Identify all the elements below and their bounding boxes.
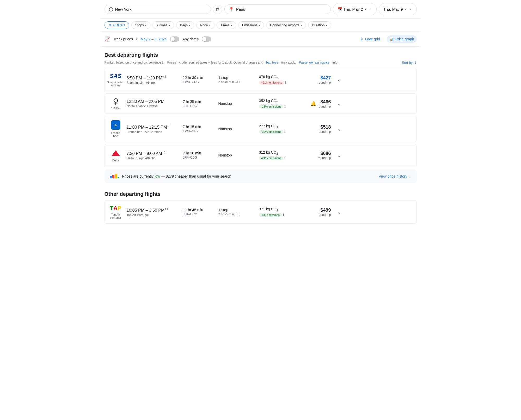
- origin-value: New York: [115, 7, 132, 11]
- return-date-next[interactable]: ›: [409, 5, 412, 13]
- depart-date-selector[interactable]: 📅 Thu, May 2 ‹ ›: [333, 3, 377, 15]
- svg-rect-9: [118, 177, 119, 178]
- flight-emissions-delta: 312 kg CO2 -21% emissions ℹ: [259, 150, 301, 160]
- flight-stops-tap: 1 stop 2 hr 25 min LIS: [218, 208, 255, 216]
- sort-by[interactable]: Sort by: ↕: [402, 60, 417, 65]
- flight-duration-tap: 11 hr 45 min JFK–ORY: [183, 208, 214, 216]
- filter-airlines-button[interactable]: Airlines ▾: [152, 21, 174, 29]
- track-prices-icon: 📈: [105, 36, 110, 42]
- price-bar-icon: [110, 173, 119, 179]
- flight-card-sas[interactable]: SAS Scandinavian Airlines 6:50 PM – 1:20…: [105, 68, 417, 91]
- filter-bags-button[interactable]: Bags ▾: [176, 21, 194, 29]
- date-grid-label: Date grid: [365, 37, 380, 41]
- chevron-down-icon: ⌄: [408, 174, 412, 178]
- filter-connecting-airports-button[interactable]: Connecting airports ▾: [266, 21, 306, 29]
- flight-emissions-frenchbee: 277 kg CO2 -30% emissions ℹ: [259, 124, 301, 134]
- airline-logo-delta: Delta: [109, 148, 122, 162]
- emissions-info-icon[interactable]: ℹ: [283, 213, 284, 217]
- all-filters-button[interactable]: ⚙ All filters: [105, 21, 129, 29]
- flight-price-frenchbee: $518 round trip: [305, 124, 331, 134]
- best-flights-subtitle: Ranked based on price and convenience ℹ …: [100, 59, 421, 68]
- chevron-down-icon: ▾: [145, 23, 146, 27]
- filter-emissions-button[interactable]: Emissions ▾: [238, 21, 264, 29]
- origin-input[interactable]: New York: [105, 5, 211, 14]
- destination-input[interactable]: 📍 Paris: [224, 4, 331, 14]
- flight-time-tap: 10:05 PM – 3:50 PM+1 Tap Air Portugal: [127, 207, 179, 217]
- airline-logo-norse: NORSE: [109, 98, 122, 109]
- flight-emissions-norse: 352 kg CO2 -11% emissions ℹ: [259, 99, 301, 109]
- swap-button[interactable]: ⇄: [213, 5, 222, 14]
- chevron-down-icon: ▾: [259, 23, 260, 27]
- flight-price-sas: $427 round trip: [305, 75, 331, 84]
- graph-icon: 📊: [389, 37, 394, 41]
- bag-fees-link[interactable]: bag fees: [266, 61, 278, 64]
- flight-card-tap[interactable]: TAP Tap Air Portugal 10:05 PM – 3:50 PM+…: [105, 200, 417, 224]
- filter-times-button[interactable]: Times ▾: [217, 21, 236, 29]
- chevron-down-icon: ▾: [209, 23, 211, 27]
- flight-card-norse[interactable]: NORSE 12:30 AM – 2:05 PM Norse Atlantic …: [105, 93, 417, 114]
- flight-card-delta[interactable]: Delta 7:30 PM – 9:00 AM+1 Delta · Virgin…: [105, 144, 417, 166]
- flight-price-norse: 🔔 $466 round trip: [305, 99, 331, 108]
- flight-stops-frenchbee: Nonstop: [218, 127, 255, 131]
- any-dates-label: Any dates: [182, 37, 199, 41]
- emissions-info-icon[interactable]: ℹ: [284, 130, 286, 134]
- sort-icon: ↕: [415, 60, 417, 65]
- expand-button-delta[interactable]: ⌄: [335, 151, 344, 159]
- info-icon[interactable]: ℹ: [162, 60, 163, 65]
- expand-button-norse[interactable]: ⌄: [335, 99, 344, 108]
- price-notice-text: Prices are currently low — $279 cheaper …: [122, 174, 376, 178]
- search-bar: New York ⇄ 📍 Paris 📅 Thu, May 2 ‹ › Thu,…: [100, 0, 421, 19]
- passenger-assistance-link[interactable]: Passenger assistance: [299, 61, 329, 64]
- airline-logo-tap: TAP Tap Air Portugal: [109, 205, 122, 219]
- destination-pin-icon: 📍: [229, 7, 234, 12]
- flight-duration-delta: 7 hr 30 min JFK–CDG: [183, 151, 214, 159]
- chevron-down-icon: ▾: [189, 23, 190, 27]
- depart-date-prev[interactable]: ‹: [364, 5, 367, 13]
- flight-price-tap: $499 round trip: [305, 208, 331, 217]
- expand-button-frenchbee[interactable]: ⌄: [335, 125, 344, 133]
- flight-time-sas: 6:50 PM – 1:20 PM+1 Scandinavian Airline…: [127, 75, 179, 85]
- track-date-range: May 2 – 9, 2024: [140, 37, 167, 41]
- info-icon[interactable]: ℹ: [136, 37, 137, 41]
- grid-icon: 🗓: [360, 37, 364, 41]
- flight-stops-sas: 1 stop 2 hr 45 min OSL: [218, 76, 255, 84]
- other-flights-header: Other departing flights: [100, 186, 421, 200]
- view-price-history-button[interactable]: View price history ⌄: [379, 174, 411, 178]
- price-graph-label: Price graph: [395, 37, 414, 41]
- filter-duration-button[interactable]: Duration ▾: [308, 21, 331, 29]
- price-graph-button[interactable]: 📊 Price graph: [387, 35, 417, 43]
- return-date: Thu, May 9: [383, 7, 403, 11]
- flight-stops-delta: Nonstop: [218, 153, 255, 157]
- best-flights-header: Best departing flights: [100, 47, 421, 59]
- flight-time-delta: 7:30 PM – 9:00 AM+1 Delta · Virgin Atlan…: [127, 150, 179, 160]
- flight-time-norse: 12:30 AM – 2:05 PM Norse Atlantic Airway…: [127, 99, 179, 108]
- any-dates-toggle[interactable]: [202, 36, 211, 42]
- depart-date: Thu, May 2: [343, 7, 363, 11]
- track-prices-toggle[interactable]: [170, 36, 179, 42]
- airline-logo-sas: SAS Scandinavian Airlines: [109, 72, 122, 87]
- chevron-down-icon: ▾: [231, 23, 232, 27]
- other-flights-list: TAP Tap Air Portugal 10:05 PM – 3:50 PM+…: [100, 200, 421, 224]
- return-date-prev[interactable]: ‹: [404, 5, 408, 13]
- svg-marker-5: [111, 150, 120, 156]
- date-grid-button[interactable]: 🗓 Date grid: [357, 35, 383, 43]
- filter-bar: ⚙ All filters Stops ▾ Airlines ▾ Bags ▾ …: [100, 19, 421, 32]
- price-notice-bar: Prices are currently low — $279 cheaper …: [105, 170, 417, 183]
- expand-button-sas[interactable]: ⌄: [335, 76, 344, 84]
- emissions-info-icon[interactable]: ℹ: [285, 81, 286, 84]
- best-flights-list: SAS Scandinavian Airlines 6:50 PM – 1:20…: [100, 68, 421, 166]
- return-date-selector[interactable]: Thu, May 9 ‹ ›: [379, 3, 416, 15]
- flight-price-delta: $686 round trip: [305, 151, 331, 160]
- flight-card-frenchbee[interactable]: fb French bee 11:00 PM – 12:15 PM+1 Fren…: [105, 116, 417, 142]
- origin-circle-icon: [109, 7, 113, 11]
- flight-time-frenchbee: 11:00 PM – 12:15 PM+1 French bee · Air C…: [127, 124, 179, 134]
- expand-button-tap[interactable]: ⌄: [335, 208, 344, 216]
- emissions-info-icon[interactable]: ℹ: [284, 156, 286, 160]
- depart-date-next[interactable]: ›: [369, 5, 372, 13]
- flight-emissions-sas: 476 kg CO2 +21% emissions ℹ: [259, 75, 301, 85]
- filter-price-button[interactable]: Price ▾: [196, 21, 214, 29]
- emissions-info-icon[interactable]: ℹ: [284, 105, 286, 108]
- airline-logo-frenchbee: fb French bee: [109, 120, 122, 137]
- best-flights-title: Best departing flights: [105, 52, 417, 58]
- filter-stops-button[interactable]: Stops ▾: [131, 21, 150, 29]
